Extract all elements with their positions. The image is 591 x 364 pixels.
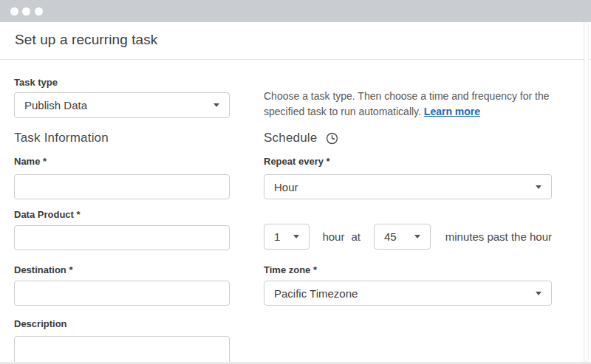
- description-label: Description: [14, 318, 67, 329]
- time-of-day-row: 1 hour at 45 minutes past the hour: [264, 224, 552, 250]
- chevron-down-icon: [293, 235, 299, 238]
- task-type-select[interactable]: Publish Data: [14, 92, 230, 118]
- learn-more-link[interactable]: Learn more: [424, 106, 480, 117]
- task-type-selected-value: Publish Data: [24, 99, 87, 111]
- task-type-label: Task type: [14, 77, 58, 88]
- destination-field[interactable]: [14, 281, 230, 306]
- repeat-every-label: Repeat every *: [264, 156, 330, 167]
- chevron-down-icon: [536, 185, 542, 189]
- window-dot-icon: [10, 7, 18, 16]
- repeat-every-select[interactable]: Hour: [264, 174, 552, 199]
- hour-selected-value: 1: [274, 230, 280, 243]
- task-form-column: Task type Publish Data Task Information …: [14, 60, 230, 364]
- time-zone-selected-value: Pacific Timezone: [274, 287, 358, 300]
- schedule-heading: Schedule: [264, 131, 318, 145]
- helper-text-body: Choose a task type. Then choose a time a…: [264, 90, 550, 117]
- minute-selected-value: 45: [384, 230, 397, 243]
- description-field[interactable]: [14, 336, 230, 364]
- time-zone-select[interactable]: Pacific Timezone: [264, 281, 552, 306]
- window-titlebar: [0, 0, 591, 22]
- window-dot-icon: [35, 7, 43, 16]
- chevron-down-icon: [213, 103, 219, 107]
- destination-label: Destination *: [14, 264, 72, 275]
- clock-icon: [326, 132, 338, 145]
- chevron-down-icon: [414, 235, 420, 238]
- name-label: Name *: [14, 156, 47, 167]
- data-product-label: Data Product *: [14, 209, 81, 220]
- hour-unit-label: hour: [322, 230, 344, 243]
- data-product-field[interactable]: [14, 225, 230, 250]
- page-header: Set up a recurring task: [0, 22, 591, 60]
- at-label: at: [351, 230, 361, 243]
- repeat-every-selected-value: Hour: [274, 181, 298, 193]
- page-title: Set up a recurring task: [15, 32, 157, 48]
- chevron-down-icon: [536, 292, 542, 295]
- scrollbar[interactable]: [584, 22, 589, 364]
- minutes-suffix-label: minutes past the hour: [445, 230, 552, 243]
- window-dot-icon: [22, 7, 30, 16]
- app-window: Set up a recurring task Task type Publis…: [0, 0, 591, 364]
- hour-select[interactable]: 1: [264, 224, 310, 250]
- time-zone-label: Time zone *: [264, 264, 317, 275]
- schedule-column: Choose a task type. Then choose a time a…: [264, 60, 552, 364]
- schedule-heading-row: Schedule: [264, 131, 338, 145]
- task-information-heading: Task Information: [14, 131, 109, 145]
- minute-select[interactable]: 45: [374, 224, 431, 250]
- helper-text: Choose a task type. Then choose a time a…: [264, 89, 552, 120]
- name-field[interactable]: [14, 174, 230, 199]
